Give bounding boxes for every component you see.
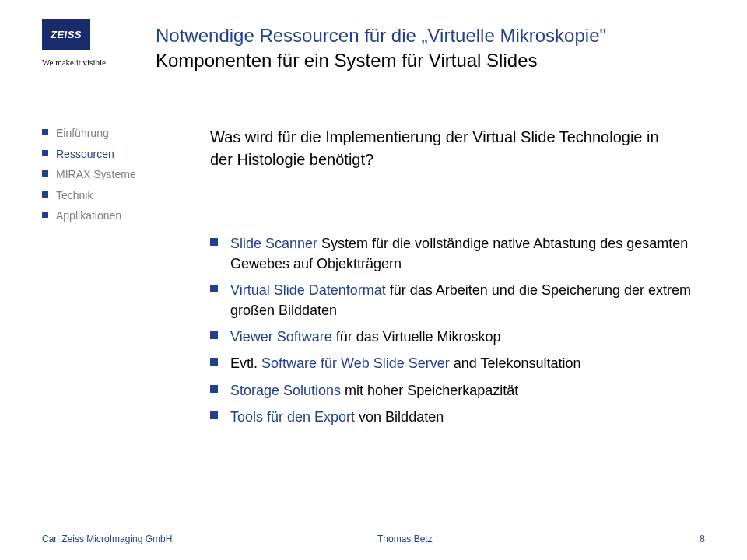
item-text: Evtl. xyxy=(230,355,261,371)
nav-label: Applikationen xyxy=(56,209,121,222)
logo-block: ZEISS We make it visible xyxy=(42,19,135,67)
item-text: mit hoher Speicherkapazität xyxy=(341,383,518,398)
nav-item-technik: Technik xyxy=(42,185,151,206)
accent-text: Storage Solutions xyxy=(230,383,341,398)
square-bullet-icon xyxy=(210,358,218,366)
item-text: für das Virtuelle Mikroskop xyxy=(332,329,501,345)
list-item: Tools für den Export von Bilddaten xyxy=(210,407,700,427)
square-bullet-icon xyxy=(210,285,218,292)
footer-center: Thomas Betz xyxy=(110,534,700,544)
lead-block: Was wird für die Implementierung der Vir… xyxy=(210,126,685,171)
nav-item-mirax: MIRAX Systeme xyxy=(42,164,151,185)
square-bullet-icon xyxy=(42,150,48,156)
header: Notwendige Ressourcen für die „Virtuelle… xyxy=(156,23,700,74)
nav-label: Technik xyxy=(56,189,93,201)
footer: Carl Zeiss MicroImaging GmbH Thomas Betz… xyxy=(42,534,705,544)
list-item: Evtl. Software für Web Slide Server and … xyxy=(210,353,700,373)
square-bullet-icon xyxy=(210,411,218,419)
square-bullet-icon xyxy=(42,212,48,218)
accent-text: Virtual Slide Datenformat xyxy=(230,282,386,298)
list-item: Slide Scanner System für die vollständig… xyxy=(210,233,700,274)
page-subtitle: Komponenten für ein System für Virtual S… xyxy=(156,48,700,73)
accent-text: Slide Scanner xyxy=(230,236,317,251)
item-text: and Telekonsultation xyxy=(450,355,581,371)
footer-page-number: 8 xyxy=(700,534,705,544)
body-list: Slide Scanner System für die vollständig… xyxy=(210,233,700,433)
square-bullet-icon xyxy=(210,238,218,246)
brand-logo: ZEISS xyxy=(42,19,90,50)
nav-label: Ressourcen xyxy=(56,148,114,160)
square-bullet-icon xyxy=(210,385,218,393)
sidebar-nav: Einführung Ressourcen MIRAX Systeme Tech… xyxy=(42,123,151,226)
nav-label: Einführung xyxy=(56,127,109,139)
accent-text: Tools für den Export xyxy=(230,409,355,425)
square-bullet-icon xyxy=(42,129,48,135)
square-bullet-icon xyxy=(210,331,218,339)
slide: ZEISS We make it visible Notwendige Ress… xyxy=(0,0,747,560)
list-item: Virtual Slide Datenformat für das Arbeit… xyxy=(210,280,700,320)
brand-tagline: We make it visible xyxy=(42,58,135,67)
lead-text: Was wird für die Implementierung der Vir… xyxy=(210,126,685,171)
list-item: Viewer Software für das Virtuelle Mikros… xyxy=(210,327,700,347)
list-item: Storage Solutions mit hoher Speicherkapa… xyxy=(210,380,700,401)
accent-text: Viewer Software xyxy=(230,329,332,345)
square-bullet-icon xyxy=(42,191,48,198)
nav-item-ressourcen: Ressourcen xyxy=(42,144,151,165)
nav-item-einfuehrung: Einführung xyxy=(42,123,151,144)
square-bullet-icon xyxy=(42,170,48,177)
page-title: Notwendige Ressourcen für die „Virtuelle… xyxy=(156,23,700,48)
brand-text: ZEISS xyxy=(51,29,82,40)
accent-text: Software für Web Slide Server xyxy=(261,355,450,371)
nav-label: MIRAX Systeme xyxy=(56,168,136,180)
nav-item-applikationen: Applikationen xyxy=(42,205,151,226)
item-text: von Bilddaten xyxy=(355,409,444,425)
